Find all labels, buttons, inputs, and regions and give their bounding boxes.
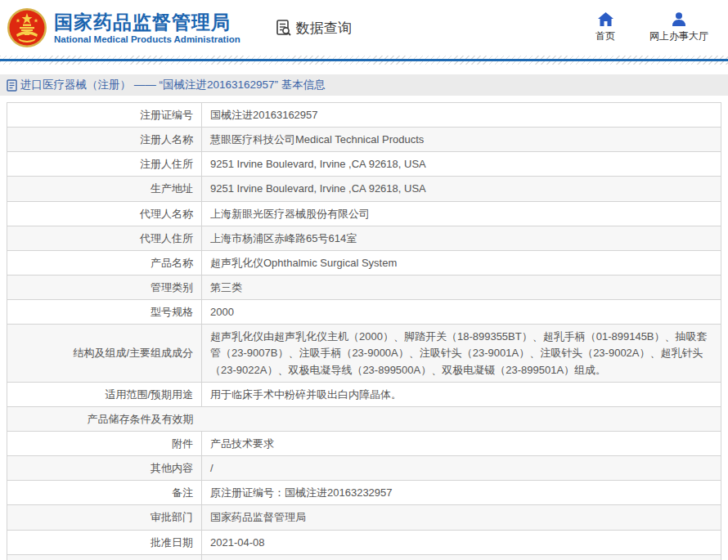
table-row: 型号规格 2000 — [7, 300, 721, 325]
field-label: 管理类别 — [7, 275, 202, 299]
field-label-text: 代理人名称 — [140, 208, 193, 220]
table-row: 注册证编号 国械注进20163162957 — [7, 103, 721, 128]
field-label-text: 批准日期 — [151, 536, 193, 549]
field-label-text: 管理类别 — [151, 281, 193, 293]
breadcrumb-link[interactable]: 进口医疗器械（注册） —— “国械注进20163162957” 基本信息 — [20, 78, 326, 92]
field-value: 9251 Irvine Boulevard, Irvine ,CA 92618,… — [202, 152, 721, 177]
field-value: 2021-04-08 — [202, 530, 721, 554]
table-row: 代理人名称 上海新眼光医疗器械股份有限公司 — [7, 201, 721, 226]
field-label-text: 审批部门 — [151, 511, 193, 523]
field-label: 附件 — [7, 431, 202, 455]
field-value: 9251 Irvine Boulevard, Irvine ,CA 92618,… — [202, 177, 721, 201]
table-row: 管理类别 第三类 — [7, 275, 721, 299]
table-row: 适用范围/预期用途 用于临床手术中粉碎并吸出白内障晶体。 — [7, 382, 721, 406]
nav-home[interactable]: 首页 — [595, 12, 615, 43]
field-label-text: 型号规格 — [151, 306, 193, 318]
breadcrumb: 进口医疗器械（注册） —— “国械注进20163162957” 基本信息 — [0, 74, 728, 96]
field-value: 2026-04-07 — [202, 554, 721, 560]
registration-info-table: 注册证编号 国械注进20163162957 注册人名称 慧眼医疗科技公司Medi… — [7, 102, 721, 560]
field-label: 备注 — [7, 481, 202, 505]
field-label-text: 备注 — [172, 486, 193, 499]
field-label: 产品储存条件及有效期 — [7, 406, 202, 431]
field-label: 生产地址 — [7, 177, 202, 201]
nav-service-hall-label: 网上办事大厅 — [649, 29, 708, 43]
field-label: 代理人名称 — [7, 201, 202, 226]
field-label-text: 生产地址 — [151, 182, 193, 195]
field-label-text: 注册人住所 — [140, 158, 193, 170]
table-row: 有效期至 2026-04-07 — [7, 554, 721, 560]
field-label: 产品名称 — [7, 250, 202, 275]
document-search-icon — [275, 19, 293, 37]
field-value — [202, 406, 721, 431]
field-label: 有效期至 — [7, 554, 202, 560]
table-row: 审批部门 国家药品监督管理局 — [7, 505, 721, 530]
home-icon — [598, 12, 613, 26]
nav-service-hall[interactable]: 网上办事大厅 — [649, 12, 708, 43]
table-row: 其他内容 / — [7, 456, 721, 481]
field-label-text: 适用范围/预期用途 — [105, 388, 193, 401]
field-label: 审批部门 — [7, 505, 202, 530]
field-label-text: 代理人住所 — [140, 232, 193, 244]
table-row: 备注 原注册证编号：国械注进20163232957 — [7, 481, 721, 505]
field-value: / — [202, 456, 721, 481]
field-label-text: 注册人名称 — [140, 133, 193, 146]
field-label: 注册人名称 — [7, 128, 202, 152]
page-icon — [7, 79, 17, 92]
site-title-block: 国家药品监督管理局 National Medical Products Admi… — [54, 11, 240, 44]
field-label-text: 其他内容 — [151, 462, 193, 474]
field-label: 适用范围/预期用途 — [7, 382, 202, 406]
field-value: 第三类 — [202, 275, 721, 299]
table-row: 产品名称 超声乳化仪Ophthalmic Surgical System — [7, 250, 721, 275]
header: 国家药品监督管理局 National Medical Products Admi… — [0, 0, 728, 56]
field-value: 超声乳化仪Ophthalmic Surgical System — [202, 250, 721, 275]
field-value: 超声乳化仪由超声乳化仪主机（2000）、脚踏开关（18-899355BT）、超乳… — [202, 325, 721, 382]
site-title: 国家药品监督管理局 — [54, 11, 240, 33]
table-row: 结构及组成/主要组成成分 超声乳化仪由超声乳化仪主机（2000）、脚踏开关（18… — [7, 325, 721, 382]
field-value: 2000 — [202, 300, 721, 325]
field-label: 结构及组成/主要组成成分 — [7, 325, 202, 382]
header-hatch-bottom — [0, 61, 728, 65]
nav-data-query[interactable]: 数据查询 — [275, 19, 352, 38]
field-label-text: 附件 — [172, 437, 193, 450]
table-row: 注册人名称 慧眼医疗科技公司Medical Technical Products — [7, 128, 721, 152]
table-row: 批准日期 2021-04-08 — [7, 530, 721, 554]
field-label-text: 产品名称 — [151, 257, 193, 269]
site-subtitle: National Medical Products Administration — [54, 34, 240, 44]
field-value: 上海市杨浦区赤峰路65号614室 — [202, 226, 721, 250]
field-value: 原注册证编号：国械注进20163232957 — [202, 481, 721, 505]
field-label: 其他内容 — [7, 456, 202, 481]
user-icon — [672, 12, 686, 26]
field-label: 注册人住所 — [7, 152, 202, 177]
field-label: 批准日期 — [7, 530, 202, 554]
national-emblem-logo — [7, 7, 47, 48]
table-row: 代理人住所 上海市杨浦区赤峰路65号614室 — [7, 226, 721, 250]
field-value: 国械注进20163162957 — [202, 103, 721, 128]
field-label: 代理人住所 — [7, 226, 202, 250]
field-label: 型号规格 — [7, 300, 202, 325]
info-table-body: 注册证编号 国械注进20163162957 注册人名称 慧眼医疗科技公司Medi… — [7, 103, 721, 560]
table-row: 生产地址 9251 Irvine Boulevard, Irvine ,CA 9… — [7, 177, 721, 201]
field-value: 上海新眼光医疗器械股份有限公司 — [202, 201, 721, 226]
field-label-text: 注册证编号 — [140, 109, 193, 121]
table-row: 附件 产品技术要求 — [7, 431, 721, 455]
registration-info-table-wrap: 注册证编号 国械注进20163162957 注册人名称 慧眼医疗科技公司Medi… — [7, 102, 721, 560]
field-value: 用于临床手术中粉碎并吸出白内障晶体。 — [202, 382, 721, 406]
nav-home-label: 首页 — [595, 29, 615, 43]
field-label-text: 产品储存条件及有效期 — [88, 413, 194, 425]
table-row: 产品储存条件及有效期 — [7, 406, 721, 431]
nav-data-query-label: 数据查询 — [296, 19, 352, 38]
field-value: 国家药品监督管理局 — [202, 505, 721, 530]
field-label: 注册证编号 — [7, 103, 202, 128]
field-value: 慧眼医疗科技公司Medical Technical Products — [202, 128, 721, 152]
field-value: 产品技术要求 — [202, 431, 721, 455]
table-row: 注册人住所 9251 Irvine Boulevard, Irvine ,CA … — [7, 152, 721, 177]
field-label-text: 结构及组成/主要组成成分 — [73, 347, 193, 359]
